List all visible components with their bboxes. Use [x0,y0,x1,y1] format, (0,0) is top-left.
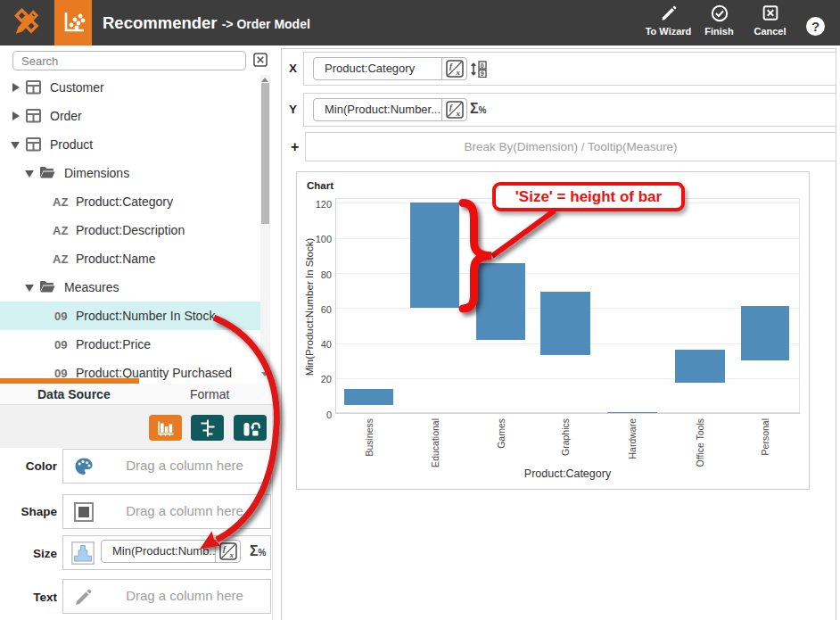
svg-text:0: 0 [481,62,484,69]
svg-text:x: x [455,68,460,77]
svg-text:f: f [449,103,453,112]
svg-text:x: x [455,109,460,118]
svg-text:f: f [449,62,453,70]
svg-text:f: f [223,544,226,553]
svg-text:x: x [228,550,234,559]
svg-text:9: 9 [481,70,484,77]
